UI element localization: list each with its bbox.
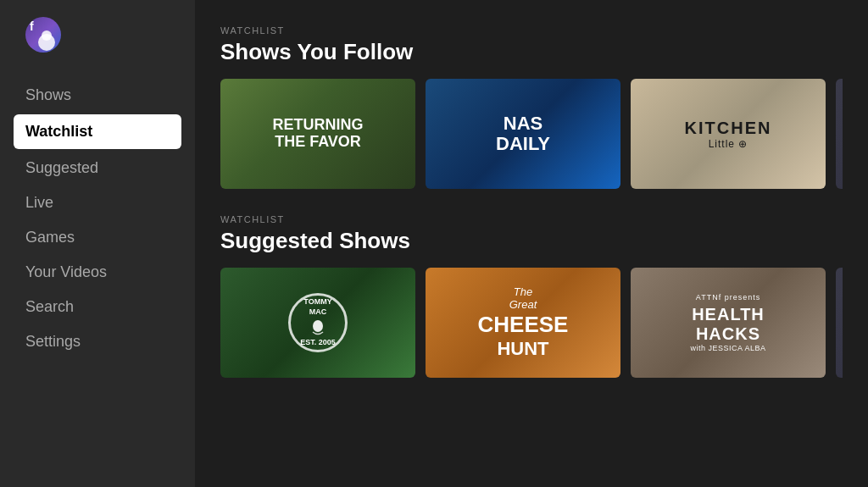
card-tommy-mac[interactable]: TOMMY MAC EST. 2005 [220, 268, 415, 378]
card-partial-1[interactable] [836, 79, 843, 189]
watchlist-title: Shows You Follow [220, 39, 843, 65]
sidebar-item-live[interactable]: Live [0, 185, 195, 220]
sidebar-nav: Shows Watchlist Suggested Live Games You… [0, 78, 195, 359]
sidebar-item-shows[interactable]: Shows [0, 78, 195, 113]
svg-point-3 [313, 320, 323, 332]
suggested-label: WATCHLIST [220, 214, 843, 224]
sidebar: f Shows Watchlist Suggested Live Games Y… [0, 0, 195, 487]
nas-daily-title: NASDAILY [489, 107, 557, 161]
suggested-cards-row: TOMMY MAC EST. 2005 The Great CHEESE HUN… [220, 268, 843, 378]
sidebar-item-suggested[interactable]: Suggested [0, 151, 195, 185]
health-hacks-title: ATTNf presents HEALTH HACKS with JESSICA… [690, 293, 765, 352]
kitchen-little-title: KITCHEN Little ⊕ [678, 112, 779, 157]
tommy-mac-logo: TOMMY MAC EST. 2005 [288, 293, 348, 352]
returning-favor-title: RETURNINGTHE FAVOR [266, 110, 370, 158]
logo-area: f [0, 17, 195, 78]
card-returning-favor[interactable]: RETURNINGTHE FAVOR [220, 79, 415, 189]
card-kitchen-little[interactable]: KITCHEN Little ⊕ [631, 79, 826, 189]
sidebar-item-settings[interactable]: Settings [0, 324, 195, 359]
suggested-title: Suggested Shows [220, 228, 843, 254]
card-nas-daily[interactable]: NASDAILY [426, 79, 620, 189]
sidebar-item-watchlist[interactable]: Watchlist [14, 114, 181, 149]
card-cheese-hunt[interactable]: The Great CHEESE HUNT [426, 268, 620, 378]
tommy-mac-icon [308, 318, 328, 338]
svg-point-2 [42, 30, 52, 41]
watchlist-label: WATCHLIST [220, 25, 843, 36]
main-content: WATCHLIST Shows You Follow RETURNINGTHE … [195, 0, 868, 487]
watchlist-cards-row: RETURNINGTHE FAVOR NASDAILY KITCHEN Litt… [220, 79, 843, 189]
card-partial-2[interactable] [836, 268, 843, 378]
cheese-hunt-title: The Great CHEESE HUNT [478, 285, 569, 361]
sidebar-item-games[interactable]: Games [0, 220, 195, 255]
sidebar-item-search[interactable]: Search [0, 290, 195, 324]
logo-person-svg [25, 17, 61, 53]
fb-watch-logo: f [25, 17, 61, 53]
card-health-hacks[interactable]: ATTNf presents HEALTH HACKS with JESSICA… [631, 268, 826, 378]
watchlist-section: WATCHLIST Shows You Follow RETURNINGTHE … [220, 25, 843, 189]
suggested-section: WATCHLIST Suggested Shows TOMMY MAC EST.… [220, 214, 843, 378]
sidebar-item-your-videos[interactable]: Your Videos [0, 255, 195, 290]
